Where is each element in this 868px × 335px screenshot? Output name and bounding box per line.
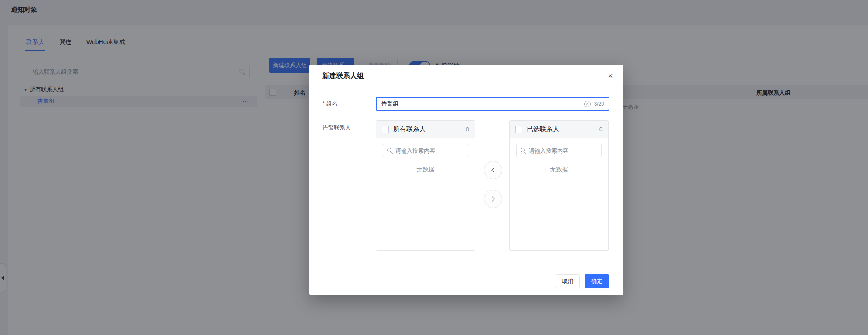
close-icon[interactable]: × xyxy=(606,71,615,81)
source-search-input[interactable] xyxy=(395,147,464,154)
confirm-button[interactable]: 确定 xyxy=(585,274,609,288)
modal-header: 新建联系人组 × xyxy=(309,65,623,87)
screen: 通知对象 联系人 翼连 WebHook集成 ▾ 所有联系人组 告警组 ··· xyxy=(0,0,868,335)
clear-input-icon[interactable]: × xyxy=(584,101,591,107)
search-icon xyxy=(387,148,393,154)
group-name-value: 告警组 xyxy=(381,100,398,108)
move-right-button[interactable] xyxy=(484,190,502,208)
transfer-source-header: 所有联系人 0 xyxy=(376,121,475,138)
group-name-input[interactable]: 告警组 × 3/20 xyxy=(376,97,609,111)
modal-title: 新建联系人组 xyxy=(322,65,364,87)
target-select-all-checkbox[interactable] xyxy=(515,126,522,133)
required-mark: * xyxy=(323,100,325,108)
transfer-target-panel: 已选联系人 0 无数据 xyxy=(509,120,609,251)
chevron-right-icon xyxy=(490,196,494,201)
alert-contacts-label: 告警联系人 xyxy=(323,124,351,132)
footer-divider xyxy=(309,267,623,267)
source-select-all-checkbox[interactable] xyxy=(382,126,389,133)
target-count: 0 xyxy=(599,126,602,133)
char-counter: 3/20 xyxy=(594,101,604,107)
move-left-button[interactable] xyxy=(484,161,502,179)
target-title: 已选联系人 xyxy=(527,125,559,133)
group-name-label-text: 组名 xyxy=(326,100,337,108)
search-icon xyxy=(521,148,526,154)
group-name-label: * 组名 xyxy=(323,100,337,108)
text-cursor xyxy=(399,100,399,107)
new-group-modal: 新建联系人组 × * 组名 告警组 × 3/20 告警联系人 所有联系人 0 xyxy=(309,65,623,295)
source-search-box[interactable] xyxy=(383,144,468,157)
transfer-target-header: 已选联系人 0 xyxy=(510,121,608,138)
source-empty-text: 无数据 xyxy=(376,166,475,174)
target-empty-text: 无数据 xyxy=(510,166,608,174)
source-title: 所有联系人 xyxy=(393,125,426,133)
transfer-source-panel: 所有联系人 0 无数据 xyxy=(376,120,475,251)
target-search-box[interactable] xyxy=(516,144,602,157)
cancel-button[interactable]: 取消 xyxy=(556,274,580,288)
source-count: 0 xyxy=(466,126,469,133)
alert-contacts-label-text: 告警联系人 xyxy=(323,124,351,132)
target-search-input[interactable] xyxy=(529,147,597,154)
chevron-left-icon xyxy=(491,168,496,172)
